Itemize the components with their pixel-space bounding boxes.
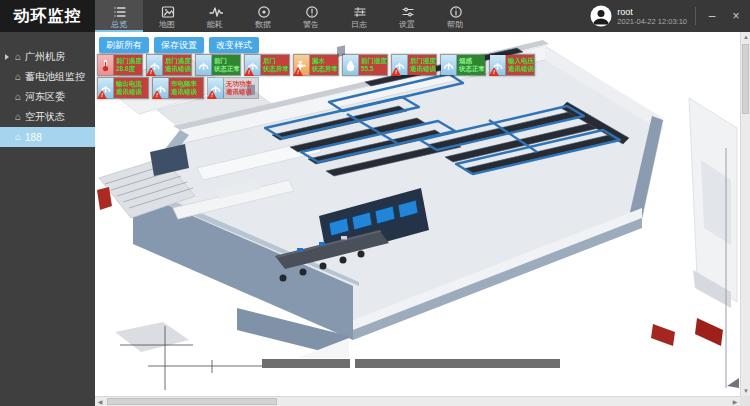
sidebar-item-battery-monitor[interactable]: ⌂ 蓄电池组监控	[0, 67, 95, 87]
thermometer-icon	[98, 55, 114, 75]
tab-logs[interactable]: 日志	[335, 0, 383, 32]
minimize-button[interactable]: –	[704, 0, 720, 32]
app-title: 动环监控	[0, 0, 95, 32]
scrollbar-corner	[740, 396, 750, 406]
sensor-badge-front-door-temp[interactable]: 前门温度28.6度	[97, 54, 143, 76]
home-icon: ⌂	[15, 132, 21, 142]
sensor-name: 后门	[263, 57, 289, 65]
alerts-icon	[304, 4, 319, 19]
tab-overview[interactable]: 总览	[95, 0, 143, 32]
sensor-name: 后门湿度	[410, 57, 436, 65]
sensor-value: 状态异常	[312, 65, 338, 73]
tab-energy[interactable]: 能耗	[191, 0, 239, 32]
sidebar-item-hedong[interactable]: ⌂ 河东区委	[0, 87, 95, 107]
scroll-right-icon[interactable]: ▶	[730, 397, 740, 406]
tab-label: 能耗	[207, 20, 223, 29]
tab-data[interactable]: 数据	[239, 0, 287, 32]
main-nav: 总览 地图 能耗 数据 警告 日志	[95, 0, 479, 32]
sensor-badge-output-current[interactable]: ! 输出电流通讯错误	[97, 77, 149, 99]
sensor-badge-input-voltage[interactable]: ! 输入电压通讯错误	[489, 54, 535, 76]
sensor-name: 市电频率	[171, 80, 203, 88]
divider	[695, 7, 696, 25]
sensor-value: 通讯错误	[116, 88, 148, 96]
sensor-value: 状态异常	[263, 65, 289, 73]
sensor-name: 输出电流	[116, 80, 148, 88]
sensor-value: 28.6度	[116, 65, 142, 73]
gauge-icon: !	[153, 78, 169, 98]
top-bar: 动环监控 总览 地图 能耗 数据 警告	[0, 0, 750, 32]
save-settings-button[interactable]: 保存设置	[154, 37, 204, 53]
horizontal-scrollbar[interactable]: ◀ ▶	[95, 396, 740, 406]
home-icon: ⌂	[15, 52, 21, 62]
tab-label: 地图	[159, 20, 175, 29]
sensor-badge-smoke[interactable]: 烟感状态正常	[440, 54, 486, 76]
sensor-value: 通讯错误	[165, 65, 191, 73]
tab-settings[interactable]: 设置	[383, 0, 431, 32]
home-icon: ⌂	[15, 72, 21, 82]
tab-help[interactable]: 帮助	[431, 0, 479, 32]
help-icon	[448, 4, 463, 19]
energy-icon	[208, 4, 223, 19]
sensor-badge-mains-frequency[interactable]: ! 市电频率通讯错误	[152, 77, 204, 99]
sensor-value: 通讯错误	[171, 88, 203, 96]
sensor-value: 55.5	[361, 65, 387, 73]
change-style-button[interactable]: 改变样式	[209, 37, 259, 53]
overview-icon	[112, 4, 127, 19]
scene-toolbar: 刷新所有 保存设置 改变样式	[99, 37, 259, 53]
sensor-value: 通讯错误	[508, 65, 534, 73]
sidebar: ⌂ 广州机房 ⌂ 蓄电池组监控 ⌂ 河东区委 ⌂ 空开状态 ⌂ 188	[0, 32, 95, 406]
sensor-badge-reactive-power[interactable]: ! 无功功率通讯错误	[207, 77, 259, 99]
logs-icon	[352, 4, 367, 19]
tab-map[interactable]: 地图	[143, 0, 191, 32]
sensor-name: 烟感	[459, 57, 485, 65]
faucet-icon: !	[294, 55, 310, 75]
sensor-badge-water-leak[interactable]: ! 漏水状态异常	[293, 54, 339, 76]
scroll-left-icon[interactable]: ◀	[95, 397, 105, 406]
tab-label: 数据	[255, 20, 271, 29]
app-window: 动环监控 总览 地图 能耗 数据 警告	[0, 0, 750, 406]
tab-alerts[interactable]: 警告	[287, 0, 335, 32]
sensor-name: 前门温度	[116, 57, 142, 65]
main-content: 刷新所有 保存设置 改变样式 前门温度28.6度 ! 后门温度通讯错误 前门状态…	[95, 32, 750, 406]
vertical-scroll-thumb[interactable]	[742, 44, 749, 114]
gauge-icon: !	[245, 55, 261, 75]
topbar-right: root 2021-04-22 12:03:10 – ×	[590, 0, 750, 32]
sensor-name: 后门温度	[165, 57, 191, 65]
humidity-icon	[343, 55, 359, 75]
vertical-scrollbar[interactable]: ▲ ▼	[740, 32, 750, 396]
sensor-badge-front-door[interactable]: 前门状态正常	[195, 54, 241, 76]
sensor-value: 状态正常	[459, 65, 485, 73]
expand-caret-icon[interactable]	[5, 54, 9, 60]
scroll-up-icon[interactable]: ▲	[741, 32, 750, 42]
gauge-icon: !	[98, 78, 114, 98]
sensor-badge-row-1: 前门温度28.6度 ! 后门温度通讯错误 前门状态正常 ! 后门状态异常 ! 漏…	[97, 54, 535, 76]
scroll-down-icon[interactable]: ▼	[741, 386, 750, 396]
tab-label: 警告	[303, 20, 319, 29]
gauge-icon: !	[392, 55, 408, 75]
avatar	[590, 5, 612, 27]
tab-label: 设置	[399, 20, 415, 29]
home-icon: ⌂	[15, 112, 21, 122]
sensor-name: 前门	[214, 57, 240, 65]
gauge-icon: !	[147, 55, 163, 75]
tab-label: 帮助	[447, 20, 463, 29]
user-box[interactable]: root 2021-04-22 12:03:10	[590, 5, 687, 27]
refresh-all-button[interactable]: 刷新所有	[99, 37, 149, 53]
sidebar-item-guangzhou-room[interactable]: ⌂ 广州机房	[0, 47, 95, 67]
tab-label: 总览	[111, 20, 127, 29]
sidebar-item-188[interactable]: ⌂ 188	[0, 127, 95, 147]
data-icon	[256, 4, 271, 19]
sidebar-item-breaker-status[interactable]: ⌂ 空开状态	[0, 107, 95, 127]
close-button[interactable]: ×	[728, 0, 744, 32]
sidebar-item-label: 188	[25, 132, 42, 143]
sidebar-item-label: 河东区委	[25, 90, 65, 104]
sensor-badge-rear-door[interactable]: ! 后门状态异常	[244, 54, 290, 76]
gauge-icon: !	[208, 78, 224, 98]
sensor-value: 状态正常	[214, 65, 240, 73]
sensor-badge-rear-door-temp[interactable]: ! 后门温度通讯错误	[146, 54, 192, 76]
gauge-icon	[441, 55, 457, 75]
horizontal-scroll-thumb[interactable]	[107, 398, 277, 405]
sensor-badge-front-door-humidity[interactable]: 前门湿度55.5	[342, 54, 388, 76]
tab-label: 日志	[351, 20, 367, 29]
sensor-badge-rear-door-humidity[interactable]: ! 后门湿度通讯错误	[391, 54, 437, 76]
